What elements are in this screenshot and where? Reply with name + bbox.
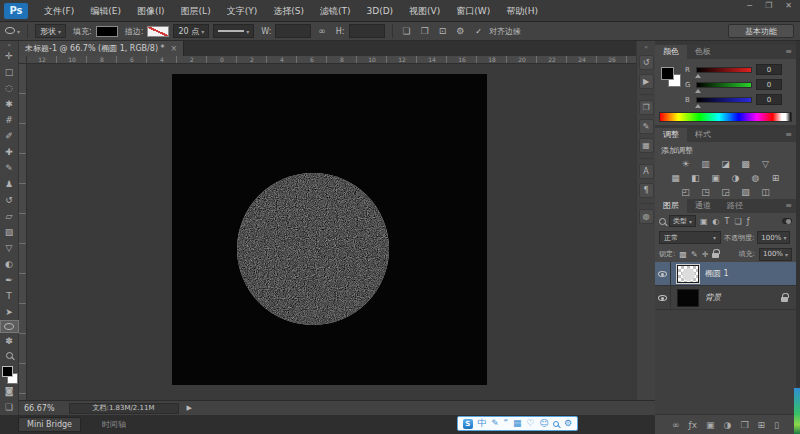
canvas-area[interactable] [27,64,636,400]
zoom-tool[interactable] [0,349,19,362]
filter-pixel-layers-icon[interactable]: ▣ [699,217,709,226]
paragraph-panel-icon[interactable]: ¶ [639,183,654,198]
visibility-eye-icon[interactable] [658,295,667,301]
lock-all-icon[interactable] [712,253,719,258]
clone-source-panel-icon[interactable]: ❐ [639,100,654,115]
red-slider[interactable] [696,67,752,73]
layer-mask-icon[interactable]: ▣ [706,420,715,430]
menu-layer[interactable]: 图层(L) [173,0,219,22]
document-tab[interactable]: 未标题-1 @ 66.7% (椭圆 1, RGB/8) * × [19,41,184,56]
zoom-level-field[interactable]: 66.67% [24,404,55,413]
gradient-tool[interactable]: ▨ [0,224,19,240]
filter-adjustment-layers-icon[interactable]: ◐ [712,217,721,226]
blue-slider[interactable] [696,97,752,103]
lasso-tool[interactable]: ◌ [0,80,19,96]
opacity-field[interactable]: 100%▾ [757,231,790,244]
brush-presets-panel-icon[interactable]: ✎ [639,119,654,134]
path-selection-tool[interactable]: ➤ [0,304,19,320]
actions-panel-icon[interactable]: ▶ [639,74,654,89]
panel-menu-icon[interactable]: ≡ [785,45,792,59]
delete-layer-icon[interactable]: ▯ [774,420,779,430]
pen-tool[interactable]: ✒ [0,272,19,288]
foreground-color-swatch[interactable] [2,366,13,377]
blur-tool[interactable]: ▽ [0,240,19,256]
geometry-settings-icon[interactable]: ⚙ [453,26,467,36]
menu-file[interactable]: 文件(F) [36,0,82,22]
history-brush-tool[interactable]: ↺ [0,192,19,208]
menu-window[interactable]: 窗口(W) [448,0,498,22]
hand-tool[interactable]: ✽ [0,333,19,349]
stroke-type-select[interactable]: ▾ [213,24,254,38]
hue-saturation-icon[interactable]: ▦ [667,172,684,184]
lock-position-icon[interactable]: ✛ [702,250,709,259]
stroke-swatch[interactable] [147,26,169,37]
path-alignment-icon[interactable]: ❐ [418,26,432,36]
menu-image[interactable]: 图像(I) [129,0,173,22]
tab-channels[interactable]: 通道 [687,199,719,213]
vibrance-icon[interactable]: ▽ [757,158,774,170]
type-tool[interactable]: T [0,288,19,304]
move-tool[interactable]: ✛ [0,48,19,64]
color-spectrum-ramp[interactable] [659,112,792,122]
filter-smart-objects-icon[interactable]: ƒ [746,217,751,226]
ellipse-tool[interactable] [0,320,19,333]
link-layers-icon[interactable]: ∞ [672,420,680,430]
restore-button[interactable]: ❐ [765,1,772,10]
menu-filter[interactable]: 滤镜(T) [312,0,359,22]
tool-preset-picker[interactable]: ▾ [5,27,20,36]
layer-comps-panel-icon[interactable]: ▦ [639,138,654,153]
threshold-icon[interactable]: ◲ [717,186,734,198]
filter-shape-layers-icon[interactable]: ❏ [733,217,742,226]
posterize-icon[interactable]: ◳ [697,186,714,198]
fill-field[interactable]: 100%▾ [759,248,792,261]
ime-search-icon[interactable] [553,421,559,427]
curves-icon[interactable]: ◪ [717,158,734,170]
selective-color-icon[interactable]: ◫ [757,186,774,198]
link-dimensions-icon[interactable]: ∞ [315,26,329,36]
layer-name[interactable]: 背景 [705,292,721,303]
levels-icon[interactable]: ▥ [697,158,714,170]
blend-mode-select[interactable]: 正常▾ [659,231,721,244]
align-edges-checkbox[interactable]: ✓ [475,27,482,36]
lock-pixels-icon[interactable]: ✎ [691,250,698,259]
crop-tool[interactable]: # [0,112,19,128]
ime-logo-icon[interactable]: S [463,419,473,429]
channel-mixer-icon[interactable]: ◍ [747,172,764,184]
panel-menu-icon[interactable]: ≡ [785,128,792,142]
kuler-panel-icon[interactable]: ◍ [639,209,654,224]
spot-healing-brush-tool[interactable]: ✚ [0,144,19,160]
menu-view[interactable]: 视图(V) [401,0,448,22]
new-adjustment-layer-icon[interactable]: ◑ [724,420,732,430]
blue-value[interactable]: 0 [756,94,782,105]
new-layer-icon[interactable]: ⊞ [757,420,765,430]
exposure-icon[interactable]: ▩ [737,158,754,170]
status-options-arrow[interactable]: ▶ [187,404,192,412]
brightness-contrast-icon[interactable]: ☀ [677,158,694,170]
character-panel-icon[interactable]: A [639,164,654,179]
layer-thumbnail[interactable] [677,289,699,307]
tab-styles[interactable]: 样式 [687,128,719,142]
screen-mode-button[interactable]: ❏ [0,399,19,415]
tab-adjustments[interactable]: 调整 [655,128,687,142]
dodge-tool[interactable]: ◐ [0,256,19,272]
tab-color[interactable]: 颜色 [655,45,687,59]
quick-selection-tool[interactable]: ✱ [0,96,19,112]
eraser-tool[interactable]: ▱ [0,208,19,224]
menu-edit[interactable]: 编辑(E) [82,0,129,22]
path-operations-icon[interactable]: ❏ [400,26,414,36]
visibility-eye-icon[interactable] [658,271,667,277]
gradient-map-icon[interactable]: ▧ [737,186,754,198]
path-arrangement-icon[interactable]: ⊡ [436,26,450,36]
menu-select[interactable]: 选择(S) [265,0,312,22]
ime-settings-icon[interactable]: ⚙ [564,417,572,430]
quick-mask-button[interactable]: ◙ [0,383,19,399]
ime-keyboard-icon[interactable]: ▦ [513,417,522,430]
lock-transparency-icon[interactable]: ▩ [679,250,687,259]
stroke-width-field[interactable]: 20 点▾ [173,24,209,38]
ime-chinese-mode-icon[interactable]: 中 [478,417,487,430]
color-balance-icon[interactable]: ◧ [687,172,704,184]
workspace-switcher[interactable]: 基本功能 [728,24,794,38]
tab-layers[interactable]: 图层 [655,199,687,213]
invert-icon[interactable]: ◰ [677,186,694,198]
height-field[interactable] [349,24,385,38]
